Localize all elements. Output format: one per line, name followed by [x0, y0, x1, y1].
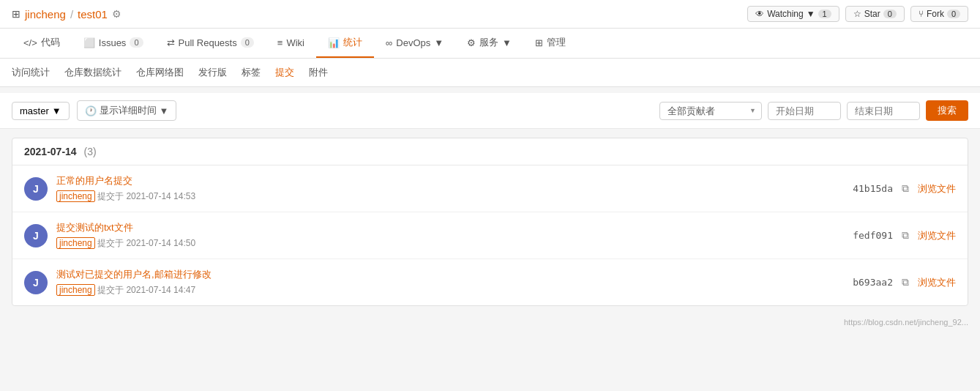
repo-owner-link[interactable]: jincheng — [25, 8, 66, 21]
browse-files-link[interactable]: 浏览文件 — [918, 229, 956, 242]
copy-icon[interactable]: ⧉ — [899, 181, 912, 196]
branch-dropdown-icon: ▼ — [52, 105, 61, 116]
avatar: J — [24, 177, 48, 201]
repo-name-link[interactable]: test01 — [78, 8, 108, 21]
fork-count: 0 — [947, 10, 960, 18]
time-detail-button[interactable]: 🕐 显示详细时间 ▼ — [77, 100, 177, 121]
watching-dropdown-icon: ▼ — [807, 9, 815, 19]
commit-author-link[interactable]: jincheng — [56, 190, 95, 202]
commit-hash: fedf091 — [853, 230, 893, 241]
wiki-icon: ≡ — [277, 37, 283, 48]
subnav-repodata[interactable]: 仓库数据统计 — [64, 64, 121, 81]
tab-wiki[interactable]: ≡ Wiki — [266, 29, 316, 58]
subnav-tags[interactable]: 标签 — [242, 64, 261, 81]
fork-icon: ⑂ — [919, 9, 924, 19]
commit-section: 2021-07-14 (3) J 正常的用户名提交 jincheng 提交于 2… — [12, 138, 968, 306]
browse-files-link[interactable]: 浏览文件 — [918, 276, 956, 289]
issues-badge: 0 — [130, 37, 143, 48]
commit-meta: jincheng 提交于 2021-07-14 14:53 — [56, 190, 844, 203]
toolbar-right: 全部贡献者 搜索 — [659, 100, 968, 121]
header-actions: 👁 Watching ▼ 1 ☆ Star 0 ⑂ Fork 0 — [747, 6, 968, 22]
subnav-attachments[interactable]: 附件 — [309, 64, 328, 81]
services-icon: ⚙ — [467, 37, 476, 48]
commit-meta: jincheng 提交于 2021-07-14 14:47 — [56, 284, 844, 297]
devops-dropdown-icon: ▼ — [434, 37, 444, 48]
commit-actions: 41b15da ⧉ 浏览文件 — [853, 181, 956, 196]
star-button[interactable]: ☆ Star 0 — [845, 6, 905, 22]
tab-stats-label: 统计 — [343, 36, 362, 49]
contributor-select[interactable]: 全部贡献者 — [659, 102, 762, 120]
commit-message[interactable]: 提交测试的txt文件 — [56, 222, 133, 233]
fork-label: Fork — [927, 9, 944, 19]
commit-info: 提交测试的txt文件 jincheng 提交于 2021-07-14 14:50 — [56, 221, 844, 250]
watching-label: Watching — [767, 9, 804, 19]
end-date-input[interactable] — [847, 102, 920, 120]
fork-button[interactable]: ⑂ Fork 0 — [910, 6, 968, 22]
tab-issues[interactable]: ⬜ Issues 0 — [72, 29, 155, 58]
subnav-network[interactable]: 仓库网络图 — [136, 64, 184, 81]
tab-stats[interactable]: 📊 统计 — [316, 29, 374, 58]
tab-devops[interactable]: ∞ DevOps ▼ — [374, 29, 455, 58]
services-dropdown-icon: ▼ — [502, 37, 512, 48]
commit-actions: b693aa2 ⧉ 浏览文件 — [853, 275, 956, 290]
commit-author-link[interactable]: jincheng — [56, 237, 95, 249]
watermark: https://blog.csdn.net/jincheng_92... — [0, 315, 980, 329]
commit-actions: fedf091 ⧉ 浏览文件 — [853, 228, 956, 243]
watching-count: 1 — [818, 10, 831, 18]
submitted-text: 提交于 2021-07-14 14:50 — [97, 238, 195, 248]
commit-meta: jincheng 提交于 2021-07-14 14:50 — [56, 237, 844, 250]
subnav-releases[interactable]: 发行版 — [198, 64, 227, 81]
tab-pullrequests[interactable]: ⇄ Pull Requests 0 — [155, 29, 266, 58]
star-label: Star — [864, 9, 880, 19]
commit-item: J 测试对已提交的用户名,邮箱进行修改 jincheng 提交于 2021-07… — [12, 259, 968, 305]
submitted-text: 提交于 2021-07-14 14:53 — [97, 191, 195, 201]
clock-icon: 🕐 — [85, 105, 97, 116]
nav-tabs: </> 代码 ⬜ Issues 0 ⇄ Pull Requests 0 ≡ Wi… — [0, 29, 980, 59]
avatar: J — [24, 224, 48, 247]
commit-hash: 41b15da — [853, 183, 893, 194]
tab-admin[interactable]: ⊞ 管理 — [523, 29, 577, 58]
eye-icon: 👁 — [755, 9, 764, 19]
commit-message[interactable]: 正常的用户名提交 — [56, 175, 132, 186]
avatar: J — [24, 271, 48, 294]
tab-pullrequests-label: Pull Requests — [179, 37, 237, 48]
commit-count: (3) — [84, 146, 97, 157]
start-date-input[interactable] — [768, 102, 841, 120]
tab-services-label: 服务 — [479, 36, 498, 49]
search-button[interactable]: 搜索 — [926, 100, 968, 121]
subnav-commits[interactable]: 提交 — [275, 64, 294, 81]
copy-icon[interactable]: ⧉ — [899, 228, 912, 243]
tab-wiki-label: Wiki — [286, 37, 304, 48]
star-count: 0 — [883, 10, 897, 18]
branch-selector[interactable]: master ▼ — [12, 102, 70, 120]
repo-icon: ⊞ — [12, 8, 20, 20]
repo-header: ⊞ jincheng / test01 ⚙ 👁 Watching ▼ 1 ☆ S… — [0, 0, 980, 29]
commit-hash: b693aa2 — [853, 277, 893, 288]
tab-code[interactable]: </> 代码 — [12, 29, 72, 58]
commit-date-header: 2021-07-14 (3) — [12, 138, 968, 165]
commit-info: 测试对已提交的用户名,邮箱进行修改 jincheng 提交于 2021-07-1… — [56, 268, 844, 297]
tab-services[interactable]: ⚙ 服务 ▼ — [455, 29, 523, 58]
repo-settings-icon[interactable]: ⚙ — [112, 8, 121, 20]
admin-icon: ⊞ — [535, 37, 543, 48]
copy-icon[interactable]: ⧉ — [899, 275, 912, 290]
tab-code-label: 代码 — [41, 36, 60, 49]
commit-info: 正常的用户名提交 jincheng 提交于 2021-07-14 14:53 — [56, 174, 844, 203]
branch-name: master — [20, 105, 49, 116]
devops-icon: ∞ — [386, 37, 392, 48]
commit-author-link[interactable]: jincheng — [56, 284, 95, 296]
code-icon: </> — [23, 37, 37, 48]
browse-files-link[interactable]: 浏览文件 — [918, 182, 956, 196]
commit-message[interactable]: 测试对已提交的用户名,邮箱进行修改 — [56, 269, 212, 280]
tab-devops-label: DevOps — [396, 37, 430, 48]
watching-button[interactable]: 👁 Watching ▼ 1 — [747, 6, 839, 22]
subnav-access[interactable]: 访问统计 — [12, 64, 50, 81]
tab-admin-label: 管理 — [547, 36, 566, 49]
contributor-select-wrap: 全部贡献者 — [659, 102, 762, 120]
pullrequest-icon: ⇄ — [167, 37, 175, 48]
commit-item: J 正常的用户名提交 jincheng 提交于 2021-07-14 14:53… — [12, 165, 968, 212]
star-icon: ☆ — [853, 9, 861, 19]
repo-title: ⊞ jincheng / test01 ⚙ — [12, 8, 121, 21]
tab-issues-label: Issues — [99, 37, 127, 48]
issues-icon: ⬜ — [83, 37, 95, 48]
